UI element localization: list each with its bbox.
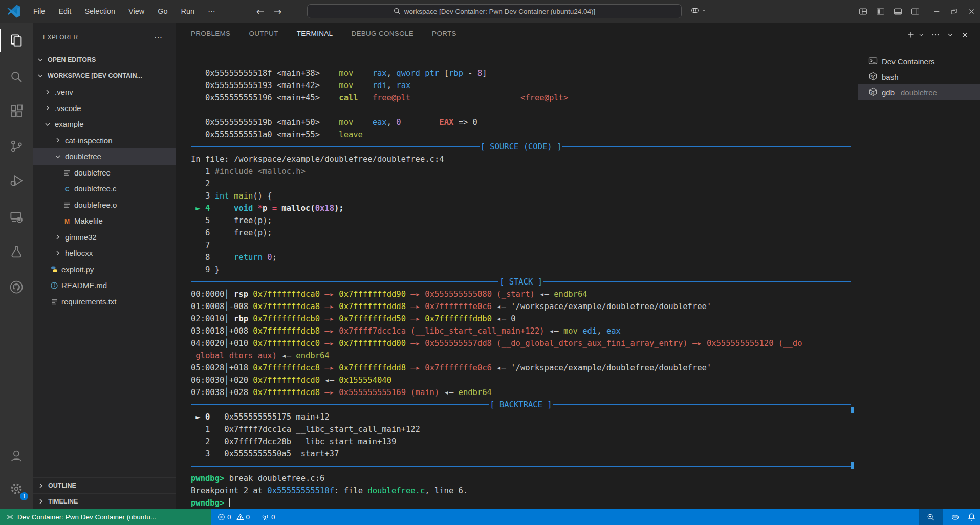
bell-icon[interactable] [967,513,976,521]
folder--venv[interactable]: .venv [33,84,176,100]
file-exploit-py[interactable]: exploit.py [33,261,176,278]
menu-file[interactable]: File [27,5,52,18]
zoom-status[interactable] [919,509,943,525]
section-open-editors[interactable]: OPEN EDITORS [33,52,176,68]
new-terminal-icon[interactable] [907,31,915,39]
folder-doublefree[interactable]: doublefree [33,148,176,165]
explorer-icon[interactable] [0,28,33,53]
terminal-list-item-bash[interactable]: $bash [858,69,980,84]
zoom-in-icon [927,513,935,521]
folder-example[interactable]: example [33,116,176,133]
terminal-line: 2 [191,178,851,190]
remote-indicator[interactable]: Dev Container: Pwn Dev Container (ubuntu… [0,509,211,525]
file-requirements-txt[interactable]: requirements.txt [33,294,176,310]
file-doublefree[interactable]: doublefree [33,165,176,181]
copilot-menu[interactable] [690,5,707,15]
run-debug-icon[interactable] [0,168,33,193]
back-arrow-icon[interactable]: ← [252,5,269,18]
terminal-line: ► 0 0x555555555175 main+12 [191,411,851,423]
folder--vscode[interactable]: .vscode [33,100,176,117]
svg-text:C: C [64,185,69,192]
pwndbg-section-divider: [ SOURCE (CODE) ] [191,141,851,153]
terminal-list-item-gdb[interactable]: $gdbdoublefree [858,84,980,100]
menu-go[interactable]: Go [151,5,174,18]
terminal-line: Breakpoint 2 at 0x55555555518f: file dou… [191,485,851,497]
tab-debug-console[interactable]: DEBUG CONSOLE [351,30,413,42]
search-icon[interactable] [0,64,33,90]
tree-item-label: requirements.txt [61,297,117,306]
error-count: 0 [227,513,231,521]
terminal-line: 01:0008│-008 0x7fffffffdca8 —▸ 0x7ffffff… [191,300,851,313]
command-center-search[interactable]: workspace [Dev Container: Pwn Dev Contai… [307,4,682,18]
tree-item-label: gimme32 [65,233,97,242]
menu-more[interactable]: ⋯ [201,5,222,18]
tree-item-label: doublefree.c [74,184,117,193]
testing-icon[interactable] [0,239,33,265]
accounts-icon[interactable] [0,443,33,469]
tab-terminal[interactable]: TERMINAL [297,30,333,42]
scrollbar-mark[interactable] [851,407,854,413]
chevron-right-icon [37,497,45,506]
layout-customize-icon[interactable] [854,0,872,23]
terminal-line: pwndbg> [191,497,851,509]
terminal-item-label: gdb [882,88,895,97]
folder-cat-inspection[interactable]: cat-inspection [33,133,176,149]
copilot-icon[interactable] [950,512,960,522]
toggle-secondary-sidebar-icon[interactable] [906,0,924,23]
remote-explorer-icon[interactable] [0,204,33,230]
forward-arrow-icon[interactable]: → [269,5,287,18]
menu-selection[interactable]: Selection [78,5,122,18]
close-panel-icon[interactable] [961,31,969,39]
scrollbar-mark[interactable] [851,462,854,469]
terminal-list: Dev Containers$bash$gdbdoublefree [858,51,980,100]
restore-icon[interactable] [945,0,963,23]
settings-icon[interactable]: 1 [0,476,33,501]
ports-status[interactable]: 0 [261,513,275,521]
menu-edit[interactable]: Edit [52,5,78,18]
problems-status[interactable]: 0 0 [217,513,250,521]
menu-bar: File Edit Selection View Go Run ⋯ [27,5,222,18]
divider-label: [ SOURCE (CODE) ] [480,141,563,153]
menu-run[interactable]: Run [175,5,202,18]
file-README-md[interactable]: README.md [33,277,176,294]
file-Makefile[interactable]: MMakefile [33,213,176,229]
binary-file-icon [50,297,58,306]
tree-item-label: example [55,120,84,128]
timeline-section[interactable]: TIMELINE [33,493,176,509]
container-icon: $ [868,87,878,98]
terminal-item-description: doublefree [901,88,937,97]
more-actions-icon[interactable] [931,31,940,39]
terminal-line: 2 0x7ffff7dcc28b __libc_start_main+139 [191,435,851,448]
menu-view[interactable]: View [122,5,151,18]
tab-ports[interactable]: PORTS [432,30,456,42]
toggle-sidebar-icon[interactable] [872,0,889,23]
binary-file-icon [62,168,71,177]
file-doublefree-c[interactable]: Cdoublefree.c [33,181,176,197]
tab-problems[interactable]: PROBLEMS [191,30,230,42]
terminal-line: 8 return 0; [191,251,851,264]
section-workspace-dev-contain-[interactable]: WORKSPACE [DEV CONTAIN... [33,68,176,84]
remote-icon [6,513,14,521]
source-control-icon[interactable] [0,134,33,159]
tab-output[interactable]: OUTPUT [249,30,278,42]
outline-section[interactable]: OUTLINE [33,477,176,493]
more-actions-icon[interactable]: ⋯ [154,33,163,42]
close-icon[interactable] [963,0,980,23]
toggle-panel-icon[interactable] [889,0,906,23]
github-icon[interactable] [0,274,33,300]
vscode-logo-icon [7,5,20,18]
terminal-list-item-dev-containers[interactable]: Dev Containers [858,54,980,69]
status-bar-right [919,509,976,525]
container-icon: $ [868,72,878,82]
extensions-icon[interactable] [0,98,33,124]
chevron-down-icon [43,120,52,128]
chevron-right-icon [43,88,52,96]
maximize-panel-icon[interactable] [947,31,954,38]
file-doublefree-o[interactable]: doublefree.o [33,197,176,213]
svg-text:$: $ [870,91,873,95]
terminal-line: 3 0x5555555550a5 _start+37 [191,448,851,460]
terminal-dropdown-icon[interactable] [918,32,924,38]
minimize-icon[interactable] [928,0,945,23]
folder-gimme32[interactable]: gimme32 [33,229,176,246]
folder-hellocxx[interactable]: hellocxx [33,245,176,261]
